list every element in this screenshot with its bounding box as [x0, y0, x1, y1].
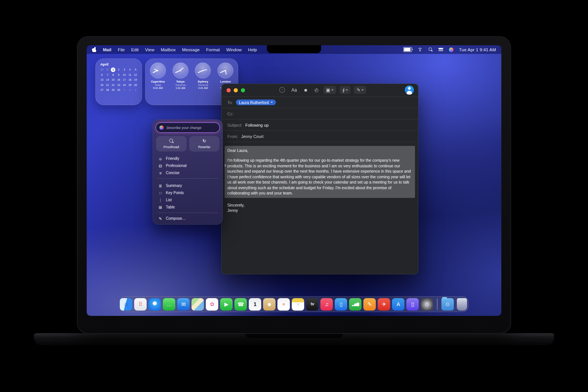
magnifier-icon	[169, 139, 173, 142]
calendar-widget[interactable]: April 3031123456789101112131415161718192…	[95, 58, 142, 105]
clock-city-label: Sydney	[198, 80, 208, 83]
dock-item-notes[interactable]: ≡	[292, 298, 304, 311]
from-field-row[interactable]: From: Jenny Court	[221, 130, 418, 142]
control-center-icon[interactable]	[438, 48, 443, 52]
writing-style-option-professional[interactable]: ⊟ Professional	[156, 162, 219, 169]
writing-format-option-summary[interactable]: ≣ Summary	[156, 182, 219, 189]
toolbar-button-send-later-clock[interactable]: ◴	[313, 86, 320, 94]
writing-format-option-key-points[interactable]: ∷ Key Points	[156, 189, 219, 196]
calendar-day: 18	[127, 78, 133, 82]
battery-icon[interactable]	[403, 47, 412, 52]
dock-item-rocket[interactable]: ✈	[378, 298, 390, 311]
dock-item-photos[interactable]: ✿	[206, 298, 218, 311]
calendar-day: 25	[127, 83, 133, 87]
toolbar-button-emoji[interactable]: ☻	[302, 86, 310, 94]
analog-clock-face	[195, 63, 211, 78]
menu-item-window[interactable]: Window	[226, 47, 242, 52]
sender-avatar[interactable]	[405, 86, 414, 95]
describe-change-input[interactable]	[166, 125, 216, 130]
toolbar-button-attach[interactable]: ∮	[340, 86, 351, 94]
dock-item-downloads-folder[interactable]: ⊙	[441, 298, 454, 311]
clock-time-label: 1:41 AM	[176, 87, 185, 89]
toolbar-button-media-browser[interactable]: ▣	[323, 86, 336, 94]
toolbar-button-format-text[interactable]: Aa	[290, 86, 299, 94]
describe-change-field[interactable]	[156, 123, 219, 132]
close-button[interactable]	[227, 88, 231, 92]
siri-icon[interactable]	[449, 47, 453, 52]
menu-item-mailbox[interactable]: Mailbox	[161, 47, 176, 52]
calendar-grid: 3031123456789101112131415161718192021222…	[99, 67, 138, 92]
writing-style-option-friendly[interactable]: ☺ Friendly	[156, 155, 219, 162]
dock-item-system-settings[interactable]: ⚙	[421, 298, 433, 311]
calendar-day: 10	[121, 73, 127, 77]
writing-format-option-list[interactable]: ⋮ List	[156, 196, 219, 204]
menu-item-file[interactable]: File	[118, 47, 125, 52]
dock-item-numbers[interactable]: ▂▅▇	[349, 298, 361, 311]
zoom-button[interactable]	[241, 88, 245, 92]
action-icon	[169, 139, 173, 144]
chevron-down-icon	[361, 89, 364, 91]
format-icon: ∷	[158, 191, 163, 195]
toolbar-button-send[interactable]: ↑	[278, 86, 286, 94]
signoff-line: Sincerely,	[227, 202, 412, 208]
dock-item-mail[interactable]: ✉	[177, 298, 190, 311]
dock-item-launchpad[interactable]: ⠿	[134, 298, 147, 311]
action-label: Rewrite	[198, 145, 210, 149]
subject-field-row[interactable]: Subject: Following up	[221, 119, 418, 130]
calendar-day: 2	[116, 67, 122, 72]
dock-item-photo-booth[interactable]: ▯	[335, 298, 347, 311]
calendar-day: 23	[116, 83, 122, 87]
writing-tool-action-rewrite[interactable]: ↻ Rewrite	[189, 136, 220, 152]
dock-item-finder[interactable]: ☺	[120, 298, 132, 311]
writing-style-option-concise[interactable]: ≡ Concise	[156, 169, 219, 176]
chevron-down-icon	[331, 89, 334, 91]
compose-option[interactable]: ✎ Compose…	[156, 215, 219, 222]
dock-divider	[437, 299, 438, 310]
dock-item-facetime[interactable]: ▶	[220, 298, 233, 311]
calendar-day: 15	[110, 78, 116, 82]
dock-item-apple-tv[interactable]: tv	[306, 298, 318, 311]
dock-item-music[interactable]: ♫	[320, 298, 333, 311]
menu-item-help[interactable]: Help	[248, 47, 257, 52]
dock-item-iphone-mirroring[interactable]: ▯	[406, 298, 419, 311]
mail-compose-window: ↑ Aa ☻ ◴ ▣	[221, 84, 418, 274]
writing-format-option-table[interactable]: ⊞ Table	[156, 204, 219, 211]
dock-item-phone[interactable]: ☎	[234, 298, 247, 311]
apple-logo-icon[interactable]	[92, 47, 96, 52]
menu-bar-left: MailFileEditViewMailboxMessageFormatWind…	[92, 47, 257, 52]
cc-field-row[interactable]: Cc:	[221, 108, 418, 119]
traffic-lights	[227, 88, 245, 92]
toolbar-button-markup-sign[interactable]: ✎	[354, 86, 366, 94]
menu-item-message[interactable]: Message	[182, 47, 200, 52]
menu-bar-clock[interactable]: Tue Apr 1 9:41 AM	[459, 47, 496, 52]
pencil-icon: ✎	[158, 216, 163, 221]
menu-item-mail[interactable]: Mail	[103, 47, 111, 52]
menu-item-format[interactable]: Format	[206, 47, 220, 52]
primary-actions: Proofread ↻ Rewrite	[156, 136, 219, 152]
subject-label: Subject:	[227, 123, 242, 127]
wifi-icon[interactable]	[418, 48, 423, 52]
message-body[interactable]: Dear Laura, I'm following up regarding t…	[221, 142, 418, 218]
minimize-button[interactable]	[234, 88, 238, 92]
recipient-pill[interactable]: Laura Rutherford	[236, 100, 276, 105]
dock-item-calendar[interactable]: 1	[249, 298, 261, 311]
dock-item-contacts[interactable]: ☻	[263, 298, 276, 311]
dock-item-app-store[interactable]: A	[392, 298, 404, 311]
spotlight-search-icon[interactable]	[429, 47, 433, 52]
clock-time-label: 9:41 AM	[153, 87, 163, 89]
calendar-month-label: April	[100, 62, 138, 66]
display-notch	[267, 45, 321, 53]
format-icon: ⋮	[158, 198, 163, 202]
dock-item-trash[interactable]	[457, 298, 467, 311]
writing-tool-action-proofread[interactable]: Proofread	[156, 136, 187, 152]
to-field-row[interactable]: To: Laura Rutherford	[221, 96, 418, 108]
calendar-day: 24	[121, 83, 127, 87]
dock-item-maps[interactable]	[191, 298, 204, 311]
menu-item-edit[interactable]: Edit	[131, 47, 139, 52]
dock-item-reminders[interactable]: ≡	[277, 298, 290, 311]
dock-item-safari[interactable]	[149, 298, 161, 311]
dock-item-messages[interactable]: …	[163, 298, 175, 311]
menu-item-view[interactable]: View	[145, 47, 155, 52]
calendar-day: 20	[99, 83, 105, 87]
dock-item-pages[interactable]: ✎	[363, 298, 376, 311]
